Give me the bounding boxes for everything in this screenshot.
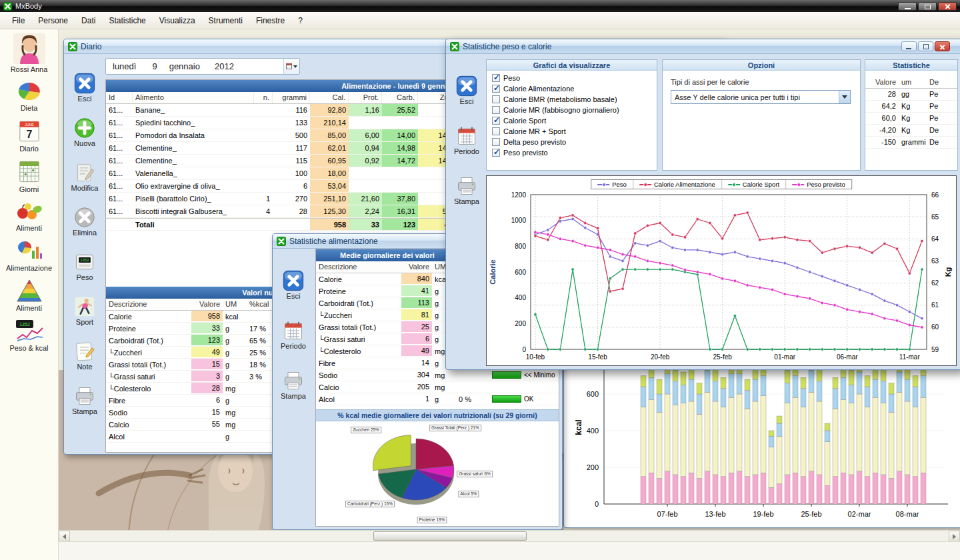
svg-text:1200: 1200 xyxy=(511,191,527,199)
app-titlebar[interactable]: MxBody xyxy=(0,0,960,12)
diario-modifica-button[interactable]: Modifica xyxy=(71,162,99,192)
statalim-periodo-button[interactable]: Periodo xyxy=(281,320,306,350)
window-controls xyxy=(901,41,950,51)
cell: g xyxy=(223,371,247,382)
checkbox-peso-previsto[interactable]: Peso previsto xyxy=(487,147,657,158)
col-prot: Prot. xyxy=(349,92,382,103)
statalim-stampa-button[interactable]: Stampa xyxy=(281,370,306,400)
sidebar-item-giorni[interactable]: Giorni xyxy=(0,157,58,198)
sidebar-item-alimentazione[interactable]: Alimentazione xyxy=(0,237,58,277)
kcal-pie-chart xyxy=(316,421,557,525)
checkbox-calorie-mr-fabbisogno-giornaliero[interactable]: Calorie MR (fabbisogno giornaliero) xyxy=(487,105,657,115)
sidebar-item-diario[interactable]: JUNE7Diario xyxy=(0,117,58,157)
checkbox-delta-peso-previsto[interactable]: Delta peso previsto xyxy=(487,137,657,147)
cell: Carboidrati (Tot.) xyxy=(316,297,401,309)
statalim-esci-button[interactable]: Esci xyxy=(283,270,304,300)
diario-sport-button[interactable]: Sport xyxy=(74,296,95,326)
menu-item-finestre[interactable]: Finestre xyxy=(249,13,291,28)
scrollbar-thumb[interactable] xyxy=(373,531,527,541)
button-label: Stampa xyxy=(454,197,479,205)
legend-peso-previsto: Peso previsto xyxy=(786,180,851,189)
value-cell: 49 xyxy=(191,347,223,358)
value-cell: 205 xyxy=(401,381,432,393)
minimize-button[interactable] xyxy=(898,2,917,11)
nutchart-icon xyxy=(16,239,43,263)
svg-text:63: 63 xyxy=(931,257,939,265)
sidebar-profile[interactable]: Rossi Anna xyxy=(0,31,58,78)
sidebar-item-label: Peso & kcal xyxy=(9,344,48,352)
legend-peso: Peso xyxy=(591,180,633,189)
axis-type-select[interactable]: Asse Y delle calorie unica per tutti i t… xyxy=(671,90,851,104)
close-button[interactable] xyxy=(935,41,950,51)
date-field[interactable]: lunedì 9 gennaio 2012 xyxy=(105,58,300,75)
maximize-button[interactable] xyxy=(918,2,937,11)
cell-id: 61... xyxy=(106,205,133,217)
value-cell: 840 xyxy=(401,273,432,285)
menu-item-file[interactable]: File xyxy=(5,13,31,28)
cell-carb: 16,31 xyxy=(382,205,418,217)
col-carb: Carb. xyxy=(382,92,418,103)
minimize-button[interactable] xyxy=(901,41,917,51)
menu-item-dati[interactable]: Dati xyxy=(75,13,102,28)
cell-grams: 500 xyxy=(273,129,310,141)
diario-nuova-button[interactable]: Nuova xyxy=(74,117,95,147)
sidebar-item-alimenti[interactable]: Alimenti xyxy=(0,198,58,237)
diario-peso-button[interactable]: 1352Peso xyxy=(74,251,95,281)
cell: Sodio xyxy=(106,407,191,418)
minimize-icon xyxy=(906,48,911,49)
menu-item-statistiche[interactable]: Statistiche xyxy=(102,13,152,28)
checkbox-calorie-sport[interactable]: Calorie Sport xyxy=(487,115,657,126)
cell: mg xyxy=(223,407,247,418)
cell-carb xyxy=(382,117,418,129)
menu-item-strumenti[interactable]: Strumenti xyxy=(202,13,249,28)
statpeso-titlebar[interactable]: Statistiche peso e calorie xyxy=(446,39,960,54)
close-button[interactable] xyxy=(938,2,957,11)
scroll-left-button[interactable] xyxy=(59,531,70,542)
menu-item-persone[interactable]: Persone xyxy=(31,13,75,28)
sidebar-item-alimenti[interactable]: Alimenti xyxy=(0,277,58,317)
cell-prot: 6,00 xyxy=(349,129,382,141)
statpeso-stampa-button[interactable]: Stampa xyxy=(454,175,479,205)
scroll-right-button[interactable] xyxy=(949,531,960,542)
date-picker-button[interactable] xyxy=(283,59,299,74)
diario-esci-button[interactable]: Esci xyxy=(74,73,95,103)
cell: De xyxy=(927,125,958,136)
button-label: Stampa xyxy=(281,392,306,400)
diario-note-button[interactable]: Note xyxy=(74,341,95,371)
select-arrow[interactable] xyxy=(839,91,850,103)
statpeso-periodo-button[interactable]: Periodo xyxy=(454,125,479,155)
value-cell: 123 xyxy=(191,335,223,346)
exit-icon xyxy=(456,75,477,97)
diario-stampa-button[interactable]: Stampa xyxy=(72,385,97,415)
cell-carb xyxy=(382,167,418,179)
checkbox-box xyxy=(492,74,500,82)
col-valore: Valore xyxy=(191,299,223,310)
pie-label: Grassi Totali (Perz.) 21% xyxy=(429,425,481,431)
maximize-button[interactable] xyxy=(918,41,933,51)
checkbox-peso[interactable]: Peso xyxy=(487,73,657,83)
cell: Sodio xyxy=(316,369,401,381)
diario-elimina-button[interactable]: Elimina xyxy=(73,207,97,237)
cell-id: 61... xyxy=(106,129,133,141)
svg-text:200: 200 xyxy=(587,463,599,471)
horizontal-scrollbar[interactable] xyxy=(59,530,960,541)
pie-label: Proteine 19% xyxy=(417,517,447,523)
avatar xyxy=(13,33,45,64)
svg-text:JUNE: JUNE xyxy=(25,123,34,127)
menu-item-visualizza[interactable]: Visualizza xyxy=(153,13,202,28)
svg-text:08-mar: 08-mar xyxy=(896,510,919,518)
checkbox-box xyxy=(492,95,500,103)
sidebar-item-dieta[interactable]: Dieta xyxy=(0,78,58,117)
statpeso-esci-button[interactable]: Esci xyxy=(456,75,477,105)
chart-legend: PesoCalorie AlimentazioneCalorie SportPe… xyxy=(591,179,852,189)
sidebar-item-peso-kcal[interactable]: 1352Peso & kcal xyxy=(0,317,58,357)
peso-calorie-line-chart: 596061626364656602004006008001000120010-… xyxy=(487,176,957,365)
menu-item-item[interactable]: ? xyxy=(291,13,309,28)
svg-text:Calorie: Calorie xyxy=(489,259,497,284)
checkbox-calorie-bmr-metabolismo-basale[interactable]: Calorie BMR (metabolismo basale) xyxy=(487,94,657,105)
checkbox-calorie-alimentazione[interactable]: Calorie Alimentazione xyxy=(487,83,657,94)
checkbox-calorie-mr-sport[interactable]: Calorie MR + Sport xyxy=(487,126,657,137)
value-cell: 81 xyxy=(401,309,432,321)
cell: Calcio xyxy=(106,419,191,430)
svg-text:01-mar: 01-mar xyxy=(774,353,795,361)
